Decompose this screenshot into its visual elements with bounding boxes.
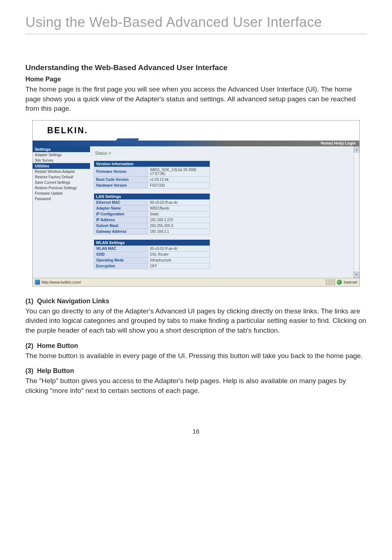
lan-settings-table: LAN Settings Ethernet MAC00-c0-02-ff-ae-… bbox=[94, 194, 210, 235]
section-3-heading: (3) Help Button bbox=[25, 367, 367, 375]
bootcode-version-value: v1.03.12.bk bbox=[148, 176, 210, 182]
ip-address-label: IP Address bbox=[94, 217, 148, 223]
ethernet-mac-value: 00-c0-02-ff-ae-dc bbox=[148, 199, 210, 205]
login-link[interactable]: Login bbox=[345, 141, 356, 145]
sidebar-item-restore-previous[interactable]: Restore Previous Settings bbox=[33, 185, 90, 191]
section-2-heading: (2) Home Button bbox=[25, 342, 367, 350]
internet-zone-icon bbox=[337, 280, 342, 285]
lan-settings-header: LAN Settings bbox=[94, 194, 210, 200]
status-zone: Internet bbox=[344, 280, 357, 284]
sidebar-item-save-settings[interactable]: Save Current Settings bbox=[33, 180, 90, 185]
page-number: 16 bbox=[25, 428, 367, 435]
section-heading: Understanding the Web-Based Advanced Use… bbox=[25, 63, 367, 72]
scroll-track[interactable] bbox=[354, 153, 359, 272]
operating-mode-label: Operating Mode bbox=[94, 257, 148, 263]
ssid-label: SSID bbox=[94, 251, 148, 257]
sidebar-utilities-header[interactable]: Utilities bbox=[33, 163, 90, 169]
main-content: Status > Version Information Firmware Ve… bbox=[90, 146, 354, 278]
status-dividers bbox=[326, 279, 335, 285]
home-link[interactable]: Home bbox=[320, 141, 332, 145]
ip-config-value: Static bbox=[148, 211, 210, 217]
scrollbar[interactable]: ▴ ▾ bbox=[354, 146, 359, 278]
top-nav-bar: Home| Help| Login bbox=[33, 141, 359, 146]
section-3-text: The "Help" button gives you access to th… bbox=[25, 376, 367, 395]
page-icon bbox=[35, 280, 40, 285]
operating-mode-value: Infrastructure bbox=[148, 257, 210, 263]
version-info-header: Version Information bbox=[94, 161, 210, 167]
encryption-label: Encryption bbox=[94, 263, 148, 269]
status-url: http://www.belkin.com/ bbox=[41, 280, 81, 284]
firmware-version-value: WB31_SDK_3.6(Jul 28 2006 17:07:36) bbox=[148, 167, 210, 176]
hardware-version-label: Hardware Version bbox=[94, 182, 148, 188]
breadcrumb: Status > bbox=[94, 149, 350, 161]
bootcode-version-label: Boot Code Version bbox=[94, 176, 148, 182]
version-info-table: Version Information Firmware VersionWB31… bbox=[94, 161, 210, 188]
ssid-value: DSL Router bbox=[148, 251, 210, 257]
browser-status-bar: http://www.belkin.com/ Internet bbox=[33, 278, 359, 286]
wlan-mac-label: WLAN MAC bbox=[94, 245, 148, 251]
scroll-up-icon[interactable]: ▴ bbox=[354, 146, 359, 153]
hardware-version-value: F5D7330 bbox=[148, 182, 210, 188]
sidebar-item-restore-factory[interactable]: Restore Factory Default bbox=[33, 174, 90, 180]
section-2-text: The home button is available in every pa… bbox=[25, 351, 367, 361]
scroll-down-icon[interactable]: ▾ bbox=[354, 272, 359, 278]
section-1-text: You can go directly to any of the Adapte… bbox=[25, 307, 367, 336]
sidebar-item-password[interactable]: Password bbox=[33, 196, 90, 202]
sidebar: Settings Adapter Settings Site Survey Ut… bbox=[33, 146, 90, 278]
router-ui-screenshot: BELKIN. Home| Help| Login Settings Adapt… bbox=[32, 120, 360, 287]
ip-config-label: IP Configuration bbox=[94, 211, 148, 217]
gateway-value: 192.168.2.1 bbox=[148, 228, 210, 234]
home-page-text: The home page is the first page you will… bbox=[25, 85, 367, 114]
ethernet-mac-label: Ethernet MAC bbox=[94, 199, 148, 205]
home-page-heading: Home Page bbox=[25, 76, 367, 83]
firmware-version-label: Firmware Version bbox=[94, 167, 148, 176]
sidebar-item-adapter-settings[interactable]: Adapter Settings bbox=[33, 152, 90, 158]
ip-address-value: 192.168.2.225 bbox=[148, 217, 210, 223]
section-1-heading: (1) Quick Navigation Links bbox=[25, 297, 367, 305]
wlan-settings-table: WLAN Settings WLAN MAC00-c0-02-ff-ae-dc … bbox=[94, 240, 210, 269]
sidebar-item-site-survey[interactable]: Site Survey bbox=[33, 158, 90, 163]
sidebar-item-restart[interactable]: Restart Wireless Adapter bbox=[33, 169, 90, 174]
wlan-mac-value: 00-c0-02-ff-ae-dc bbox=[148, 245, 210, 251]
sidebar-settings-header[interactable]: Settings bbox=[33, 146, 90, 152]
page-title: Using the Web-Based Advanced User Interf… bbox=[25, 15, 367, 34]
encryption-value: OFF bbox=[148, 263, 210, 269]
subnet-mask-label: Subnet Mask bbox=[94, 223, 148, 228]
adapter-name-label: Adapter Name bbox=[94, 205, 148, 211]
wlan-settings-header: WLAN Settings bbox=[94, 240, 210, 246]
sidebar-item-firmware[interactable]: Firmware Update bbox=[33, 191, 90, 196]
adapter-name-value: WB31ffaedc bbox=[148, 205, 210, 211]
help-link[interactable]: Help bbox=[334, 141, 343, 145]
subnet-mask-value: 255.255.255.0 bbox=[148, 223, 210, 228]
belkin-logo: BELKIN. bbox=[40, 126, 88, 139]
gateway-label: Gateway Address bbox=[94, 228, 148, 234]
